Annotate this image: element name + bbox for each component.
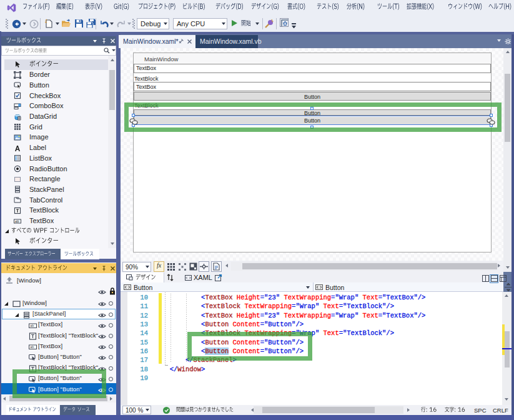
svg-text:abl: abl [15,219,19,223]
svg-text:ab: ab [30,345,34,349]
svg-text:ab: ab [30,324,34,328]
